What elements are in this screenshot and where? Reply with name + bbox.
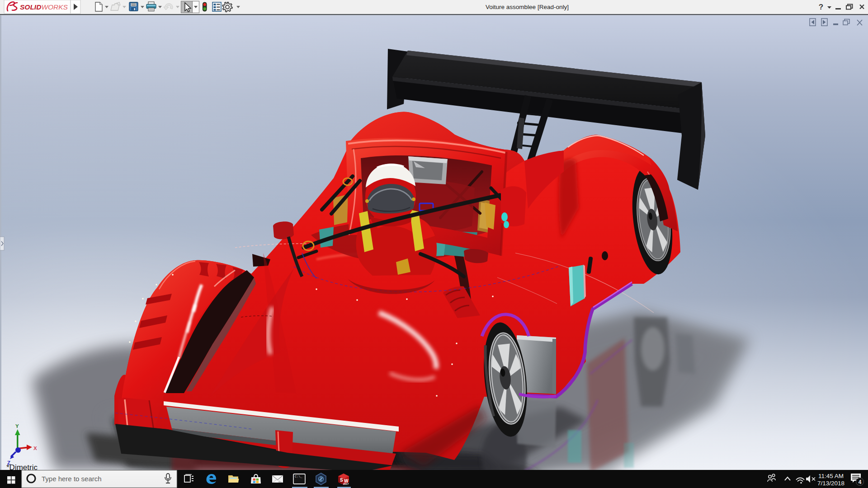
svg-text:SOLIDWORKS: SOLIDWORKS: [20, 3, 68, 11]
svg-text:11:45 AM: 11:45 AM: [818, 473, 844, 479]
svg-text:?: ?: [819, 3, 823, 11]
svg-text:7/13/2018: 7/13/2018: [817, 480, 844, 487]
svg-text:4: 4: [859, 479, 862, 485]
svg-text:Voiture assomblee [Read-only]: Voiture assomblee [Read-only]: [486, 4, 569, 10]
svg-text:C:\_: C:\_: [295, 475, 303, 479]
svg-text:Type here to search: Type here to search: [42, 475, 102, 483]
svg-text:Y: Y: [15, 423, 19, 429]
svg-text:S: S: [340, 478, 343, 483]
svg-text:2017: 2017: [343, 483, 349, 485]
svg-text:X: X: [33, 446, 37, 451]
